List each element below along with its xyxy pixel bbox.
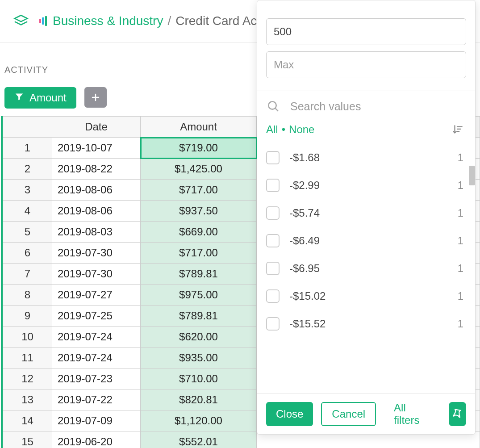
search-values-input[interactable] — [290, 100, 466, 113]
cell-date[interactable]: 2019-08-06 — [52, 201, 141, 222]
checkbox[interactable] — [266, 179, 280, 192]
breadcrumb-document[interactable]: Credit Card Act — [175, 14, 260, 28]
cell-amount[interactable]: $552.01 — [141, 431, 257, 448]
row-number[interactable]: 14 — [3, 410, 52, 431]
filter-value-row[interactable]: -$1.681 — [257, 144, 475, 172]
row-number[interactable]: 7 — [3, 264, 52, 285]
row-number[interactable]: 1 — [3, 138, 52, 159]
cell-amount[interactable]: $710.00 — [141, 368, 257, 389]
filter-popup: All•None -$1.681-$2.991-$5.741-$6.491-$6… — [257, 0, 476, 435]
filter-value-row[interactable]: -$6.951 — [257, 255, 475, 282]
cell-amount[interactable]: $820.81 — [141, 389, 257, 410]
cell-date[interactable]: 2019-06-20 — [52, 431, 141, 448]
checkbox[interactable] — [266, 151, 280, 164]
row-number[interactable]: 5 — [3, 222, 52, 243]
cell-amount[interactable]: $935.00 — [141, 348, 257, 368]
cell-date[interactable]: 2019-08-06 — [52, 180, 141, 201]
cell-date[interactable]: 2019-10-07 — [52, 138, 141, 159]
filter-value-row[interactable]: -$5.741 — [257, 199, 475, 227]
filter-value-label: -$6.49 — [289, 234, 448, 247]
cell-date[interactable]: 2019-07-23 — [52, 368, 141, 389]
cell-amount[interactable]: $789.81 — [141, 264, 257, 285]
add-filter-button[interactable] — [84, 87, 107, 108]
cell-amount[interactable]: $620.00 — [141, 327, 257, 348]
pages-icon[interactable] — [13, 13, 29, 29]
filter-value-row[interactable]: -$15.521 — [257, 310, 475, 338]
select-all-none[interactable]: All•None — [266, 123, 314, 136]
cell-date[interactable]: 2019-07-24 — [52, 348, 141, 368]
max-input[interactable] — [266, 51, 466, 78]
filter-value-count: 1 — [458, 262, 463, 275]
filter-value-row[interactable]: -$6.491 — [257, 227, 475, 255]
filter-icon — [14, 92, 24, 104]
filter-value-row[interactable]: -$15.021 — [257, 282, 475, 310]
filter-value-label: -$6.95 — [289, 262, 448, 275]
cell-date[interactable]: 2019-07-27 — [52, 285, 141, 306]
search-icon — [266, 99, 280, 113]
filter-value-label: -$15.52 — [289, 318, 448, 330]
row-number[interactable]: 10 — [3, 327, 52, 348]
close-button[interactable]: Close — [266, 402, 313, 426]
sort-icon[interactable] — [452, 124, 463, 135]
cell-amount[interactable]: $937.50 — [141, 201, 257, 222]
row-number[interactable]: 8 — [3, 285, 52, 306]
column-header-date[interactable]: Date — [52, 117, 141, 138]
breadcrumb-separator: / — [167, 14, 171, 28]
column-header-amount[interactable]: Amount — [141, 117, 257, 138]
cell-date[interactable]: 2019-08-03 — [52, 222, 141, 243]
filter-chip-label: Amount — [29, 92, 67, 104]
filter-value-count: 1 — [458, 207, 463, 219]
filter-value-label: -$5.74 — [289, 207, 448, 219]
cell-amount[interactable]: $1,120.00 — [141, 410, 257, 431]
row-number[interactable]: 12 — [3, 368, 52, 389]
cell-date[interactable]: 2019-07-09 — [52, 410, 141, 431]
checkbox[interactable] — [266, 206, 280, 220]
cell-date[interactable]: 2019-08-22 — [52, 159, 141, 180]
row-number[interactable]: 6 — [3, 243, 52, 264]
checkbox[interactable] — [266, 262, 280, 275]
select-all-link[interactable]: All — [266, 123, 278, 135]
cell-amount[interactable]: $975.00 — [141, 285, 257, 306]
cancel-button[interactable]: Cancel — [321, 402, 376, 426]
row-number[interactable]: 9 — [3, 306, 52, 327]
checkbox[interactable] — [266, 317, 280, 331]
cell-amount[interactable]: $717.00 — [141, 243, 257, 264]
pin-button[interactable] — [449, 402, 466, 426]
cell-amount[interactable]: $789.81 — [141, 306, 257, 327]
checkbox[interactable] — [266, 234, 280, 247]
cell-amount[interactable]: $717.00 — [141, 180, 257, 201]
row-number[interactable]: 3 — [3, 180, 52, 201]
cell-date[interactable]: 2019-07-30 — [52, 243, 141, 264]
filter-value-label: -$15.02 — [289, 290, 448, 302]
cell-date[interactable]: 2019-07-25 — [52, 306, 141, 327]
filter-value-count: 1 — [458, 234, 463, 247]
row-number[interactable]: 15 — [3, 431, 52, 448]
cell-amount[interactable]: $1,425.00 — [141, 159, 257, 180]
svg-point-0 — [268, 101, 276, 109]
cell-date[interactable]: 2019-07-30 — [52, 264, 141, 285]
row-number[interactable]: 2 — [3, 159, 52, 180]
checkbox[interactable] — [266, 289, 280, 303]
all-filters-link[interactable]: All filters — [384, 402, 433, 426]
filter-value-label: -$2.99 — [289, 179, 448, 192]
row-header-blank — [3, 117, 52, 138]
cell-amount[interactable]: $669.00 — [141, 222, 257, 243]
filter-value-count: 1 — [458, 151, 463, 164]
filter-value-count: 1 — [458, 318, 463, 330]
row-number[interactable]: 4 — [3, 201, 52, 222]
row-number[interactable]: 13 — [3, 389, 52, 410]
select-none-link[interactable]: None — [289, 123, 314, 135]
filter-value-label: -$1.68 — [289, 151, 448, 164]
cell-date[interactable]: 2019-07-24 — [52, 327, 141, 348]
cell-amount[interactable]: $719.00 — [141, 138, 257, 159]
filter-value-row[interactable]: -$2.991 — [257, 172, 475, 199]
filter-value-count: 1 — [458, 290, 463, 302]
cell-date[interactable]: 2019-07-22 — [52, 389, 141, 410]
scrollbar-thumb[interactable] — [469, 166, 475, 185]
row-number[interactable]: 11 — [3, 348, 52, 368]
document-icon — [36, 15, 47, 27]
breadcrumb-category[interactable]: Business & Industry — [53, 14, 163, 28]
min-input[interactable] — [266, 18, 466, 45]
filter-chip-amount[interactable]: Amount — [4, 87, 76, 109]
section-title: ACTIVITY — [4, 65, 48, 75]
